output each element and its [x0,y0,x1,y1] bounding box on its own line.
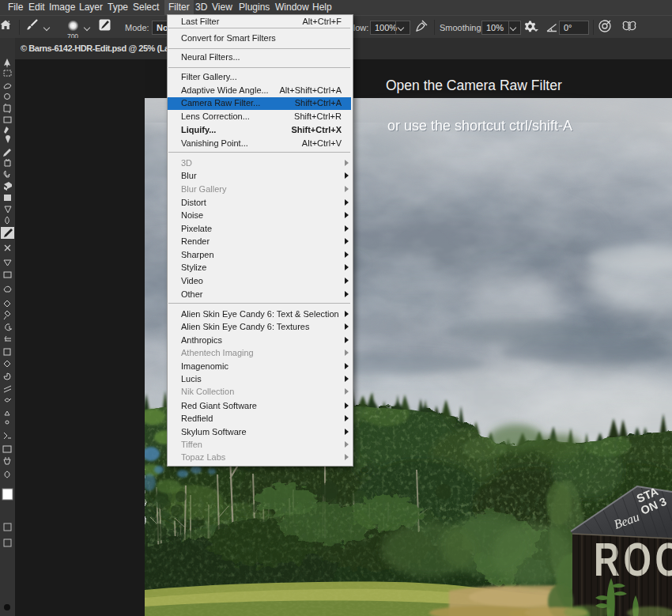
svg-text:ROC: ROC [594,533,672,585]
svg-text:Open the Camera Raw Filter: Open the Camera Raw Filter [386,77,562,93]
svg-text:or use the shortcut ctrl/shift: or use the shortcut ctrl/shift-A [387,118,572,134]
